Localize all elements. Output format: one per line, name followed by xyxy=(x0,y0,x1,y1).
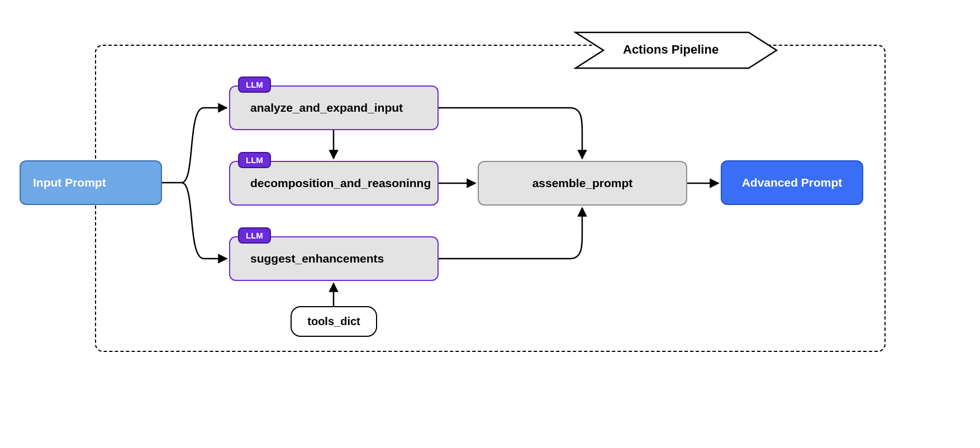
llm-badge-decompose: LLM xyxy=(238,152,271,168)
node-output-prompt-label: Advanced Prompt xyxy=(742,176,843,189)
node-analyze: LLM analyze_and_expand_input xyxy=(229,85,439,130)
llm-badge-suggest: LLM xyxy=(238,227,271,244)
node-input-prompt-label: Input Prompt xyxy=(33,176,106,189)
node-output-prompt: Advanced Prompt xyxy=(721,160,863,205)
node-tools-dict-label: tools_dict xyxy=(307,315,360,328)
pipeline-title: Actions Pipeline xyxy=(623,42,719,57)
node-suggest: LLM suggest_enhancements xyxy=(229,236,439,281)
node-suggest-label: suggest_enhancements xyxy=(250,252,384,265)
node-decompose-label: decomposition_and_reasoninng xyxy=(250,177,431,190)
node-input-prompt: Input Prompt xyxy=(20,160,162,205)
node-analyze-label: analyze_and_expand_input xyxy=(250,101,403,115)
node-assemble-label: assemble_prompt xyxy=(532,177,633,190)
node-decompose: LLM decomposition_and_reasoninng xyxy=(229,161,439,206)
llm-badge-analyze: LLM xyxy=(238,77,271,93)
node-tools-dict: tools_dict xyxy=(291,306,377,337)
node-assemble: assemble_prompt xyxy=(478,161,687,206)
diagram-canvas: Actions Pipeline Input Prompt LLM analyz… xyxy=(0,0,980,448)
